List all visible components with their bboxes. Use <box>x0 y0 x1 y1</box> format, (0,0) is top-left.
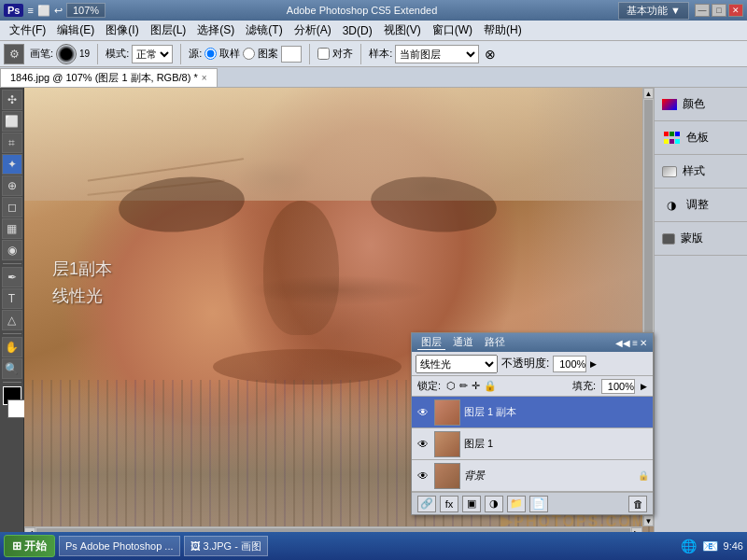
paths-tab[interactable]: 路径 <box>481 335 509 350</box>
link-layers-button[interactable]: 🔗 <box>417 496 436 512</box>
maximize-button[interactable]: □ <box>712 4 726 17</box>
blend-mode-row: 线性光 不透明度: 100% ▶ <box>412 352 653 376</box>
vscroll-down-arrow[interactable]: ▼ <box>643 515 654 526</box>
blend-mode-select[interactable]: 线性光 <box>416 355 498 373</box>
healing-brush-icon[interactable]: ⚙ <box>4 44 24 64</box>
layer-name-1: 图层 1 <box>464 437 649 451</box>
masks-icon <box>662 233 675 245</box>
workspace-preset[interactable]: 基本功能 ▼ <box>618 2 689 20</box>
layer-visibility-eye-1[interactable]: 👁 <box>416 437 430 452</box>
text-tool[interactable]: T <box>2 288 22 309</box>
layer-row-1[interactable]: 👁 图层 1 <box>412 428 653 460</box>
layers-panel-header: 图层 通道 路径 ◀◀ ≡ ✕ <box>412 333 653 352</box>
opacity-input[interactable]: 100% <box>553 356 586 372</box>
add-mask-button[interactable]: ▣ <box>462 496 481 512</box>
layer-row-copy[interactable]: 👁 图层 1 副本 <box>412 397 653 428</box>
document-tab[interactable]: 1846.jpg @ 107% (图层 1 副本, RGB/8) * × <box>0 68 218 87</box>
align-label: 对齐 <box>332 47 353 61</box>
marquee-tool[interactable]: ⬜ <box>2 111 22 132</box>
layer-thumbnail-bg <box>434 463 460 489</box>
mode-label: 模式: <box>106 47 129 61</box>
source-pattern-radio[interactable] <box>243 48 255 60</box>
layers-panel: 图层 通道 路径 ◀◀ ≡ ✕ 线性光 不透明度: 100% ▶ 锁定: ⬡ <box>411 332 654 515</box>
new-adjustment-button[interactable]: ◑ <box>485 496 503 512</box>
styles-icon <box>662 166 677 177</box>
lasso-tool[interactable]: ⌗ <box>2 133 22 153</box>
shape-tool[interactable]: △ <box>2 310 22 330</box>
another-icon[interactable]: ↩ <box>54 5 63 17</box>
menu-analysis[interactable]: 分析(A) <box>289 21 337 40</box>
brush-preview[interactable] <box>56 44 77 64</box>
layer-effects-button[interactable]: fx <box>440 496 458 512</box>
vscroll-up-arrow[interactable]: ▲ <box>643 88 654 99</box>
close-button[interactable]: ✕ <box>728 4 743 17</box>
zoom-level[interactable]: 107% <box>66 3 106 18</box>
sample-select[interactable]: 当前图层 <box>395 45 479 63</box>
hand-tool[interactable]: ✋ <box>2 337 22 357</box>
quick-access-icon[interactable]: ⬜ <box>37 5 50 17</box>
minimize-button[interactable]: — <box>695 4 710 17</box>
new-layer-button[interactable]: 📄 <box>529 496 548 512</box>
pattern-preview[interactable] <box>281 46 302 63</box>
menu-file[interactable]: 文件(F) <box>4 21 51 40</box>
adjustments-panel-item[interactable]: ◑ 调整 <box>655 189 747 222</box>
taskbar-item-paint[interactable]: 🖼 3.JPG - 画图 <box>184 536 268 556</box>
blur-tool[interactable]: ◉ <box>2 240 22 260</box>
menu-3d[interactable]: 3D(D) <box>337 22 378 39</box>
taskbar-item-ps[interactable]: Ps Adobe Photoshop ... <box>59 536 180 556</box>
source-sample-radio[interactable] <box>204 48 217 60</box>
paint-taskbar-label: 3.JPG - 画图 <box>204 539 261 553</box>
menu-window[interactable]: 窗口(W) <box>427 21 478 40</box>
lock-position-icon[interactable]: ✛ <box>472 380 480 392</box>
lock-paint-icon[interactable]: ✏ <box>459 380 468 392</box>
healing-brush-tool[interactable]: ✦ <box>2 154 22 175</box>
channels-tab[interactable]: 通道 <box>449 335 477 350</box>
right-panel: 颜色 色板 样式 ◑ 调整 蒙版 <box>654 88 747 538</box>
layer-name: 图层 1 副本 <box>464 405 649 419</box>
layer-visibility-eye[interactable]: 👁 <box>416 405 430 420</box>
menu-help[interactable]: 帮助(H) <box>478 21 528 40</box>
menu-layer[interactable]: 图层(L) <box>145 21 192 40</box>
clone-stamp-tool[interactable]: ⊕ <box>2 175 22 196</box>
eraser-tool[interactable]: ◻ <box>2 197 22 217</box>
layer-row-bg[interactable]: 👁 背景 🔒 <box>412 460 653 492</box>
menu-edit[interactable]: 编辑(E) <box>51 21 100 40</box>
swatches-panel-item[interactable]: 色板 <box>655 121 747 155</box>
lock-transparent-icon[interactable]: ⬡ <box>446 380 456 392</box>
move-tool[interactable]: ✣ <box>2 90 22 110</box>
fill-arrow[interactable]: ▶ <box>641 382 647 391</box>
menu-image[interactable]: 图像(I) <box>100 21 144 40</box>
zoom-tool[interactable]: 🔍 <box>2 358 22 379</box>
panel-menu-button[interactable]: ≡ <box>632 338 638 348</box>
mode-select[interactable]: 正常 <box>132 45 173 63</box>
tools-panel: ✣ ⬜ ⌗ ✦ ⊕ ◻ ▦ ◉ ✒ T △ ✋ 🔍 <box>0 88 24 538</box>
lock-all-icon[interactable]: 🔒 <box>484 380 497 392</box>
adjustments-label: 调整 <box>686 197 709 213</box>
styles-panel-item[interactable]: 样式 <box>655 155 747 189</box>
panel-close-button[interactable]: ✕ <box>640 338 647 348</box>
masks-label: 蒙版 <box>681 231 703 246</box>
masks-panel-item[interactable]: 蒙版 <box>655 222 747 256</box>
layer-lock-icon: 🔒 <box>638 470 649 481</box>
tab-close-button[interactable]: × <box>202 73 207 83</box>
app-title: Adobe Photoshop CS5 Extended <box>287 5 437 16</box>
align-checkbox[interactable] <box>317 48 330 60</box>
delete-layer-button[interactable]: 🗑 <box>628 496 647 512</box>
start-button[interactable]: ⊞ 开始 <box>4 535 55 557</box>
color-panel-item[interactable]: 颜色 <box>655 88 747 121</box>
gradient-tool[interactable]: ▦ <box>2 218 22 239</box>
sample-extra-icon[interactable]: ⊗ <box>485 47 496 62</box>
app-menu-icon[interactable]: ≡ <box>27 5 33 16</box>
new-group-button[interactable]: 📁 <box>507 496 526 512</box>
menu-filter[interactable]: 滤镜(T) <box>240 21 288 40</box>
fill-input[interactable]: 100% <box>601 379 635 394</box>
layers-tab[interactable]: 图层 <box>417 335 445 350</box>
pen-tool[interactable]: ✒ <box>2 267 22 287</box>
background-color[interactable] <box>7 399 26 418</box>
layer-visibility-eye-bg[interactable]: 👁 <box>416 469 430 483</box>
opacity-arrow[interactable]: ▶ <box>590 359 597 369</box>
menu-view[interactable]: 视图(V) <box>378 21 427 40</box>
panel-options-button[interactable]: ◀◀ <box>615 338 630 348</box>
menu-select[interactable]: 选择(S) <box>191 21 240 40</box>
clock: 9:46 <box>724 540 743 552</box>
